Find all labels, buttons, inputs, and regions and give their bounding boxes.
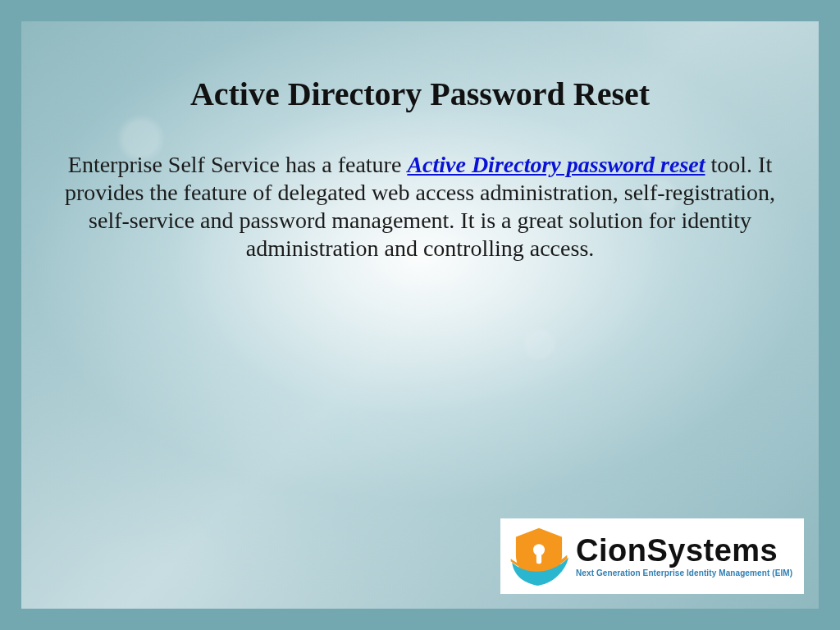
slide-title: Active Directory Password Reset [21, 75, 819, 113]
slide: Active Directory Password Reset Enterpri… [0, 0, 840, 630]
brand-text: CionSystems Next Generation Enterprise I… [576, 535, 792, 578]
brand-logo: CionSystems Next Generation Enterprise I… [500, 518, 804, 594]
brand-tagline: Next Generation Enterprise Identity Mana… [576, 569, 792, 578]
svg-rect-1 [536, 552, 541, 564]
feature-link[interactable]: Active Directory password reset [407, 152, 705, 177]
brand-name: CionSystems [576, 535, 792, 566]
slide-body: Enterprise Self Service has a feature Ac… [54, 151, 786, 263]
body-text-pre: Enterprise Self Service has a feature [68, 152, 408, 177]
shield-lock-icon [507, 524, 571, 588]
